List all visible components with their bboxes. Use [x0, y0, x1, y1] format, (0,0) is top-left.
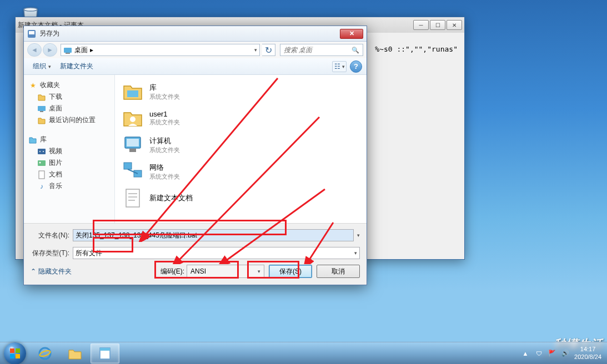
encoding-select[interactable]: ANSI▾ [187, 265, 264, 278]
svg-rect-18 [124, 163, 132, 169]
svg-rect-13 [127, 90, 138, 97]
save-as-dialog: 另存为 ✕ ◄ ► 桌面 ▸ ▾ ↻ 🔍 组织▾ 新建文件夹 ☷▾ ? [23, 26, 367, 285]
txt-file-icon [122, 187, 144, 209]
filetype-select[interactable]: 所有文件▾ [73, 247, 360, 259]
search-box[interactable]: 🔍 [280, 44, 363, 56]
svg-point-14 [130, 117, 136, 122]
hide-folders-toggle[interactable]: ⌃ 隐藏文件夹 [31, 267, 72, 276]
computer-icon [122, 134, 144, 156]
document-icon [37, 170, 46, 179]
sidebar-libraries-header[interactable]: 库 [26, 134, 112, 145]
desktop-icon [37, 104, 46, 113]
location-text: 桌面 [74, 46, 88, 55]
library-folder-icon [122, 80, 144, 103]
encoding-label: 编码(E): [160, 267, 184, 276]
taskbar-item-notepad[interactable] [91, 343, 119, 363]
breadcrumb-dropdown[interactable]: ▾ [254, 47, 257, 53]
svg-point-0 [24, 8, 37, 11]
search-input[interactable] [284, 46, 352, 54]
sidebar-item-downloads[interactable]: 下载 [26, 91, 112, 103]
svg-rect-21 [126, 189, 139, 207]
file-row[interactable]: 库系统文件夹 [115, 78, 367, 105]
system-tray: ▲ 🛡 🚩 🔊 14:17 2020/8/24 [521, 346, 607, 360]
file-list[interactable]: 库系统文件夹 user1系统文件夹 计算机系统文件夹 网络系统文件夹 新建文本文… [115, 75, 367, 223]
breadcrumb-separator: ▸ [90, 46, 93, 54]
tray-volume-icon[interactable]: 🔊 [561, 349, 570, 358]
tray-clock[interactable]: 14:17 2020/8/24 [574, 346, 601, 360]
svg-rect-12 [39, 171, 44, 179]
save-button[interactable]: 保存(S) [269, 265, 312, 278]
file-row[interactable]: user1系统文件夹 [115, 105, 367, 132]
star-icon: ★ [28, 81, 37, 90]
view-mode-button[interactable]: ☷▾ [332, 61, 347, 72]
sidebar-item-videos[interactable]: 视频 [26, 145, 112, 157]
cancel-button[interactable]: 取消 [317, 265, 360, 278]
file-row[interactable]: 网络系统文件夹 [115, 158, 367, 185]
forward-button[interactable]: ► [43, 43, 57, 57]
svg-rect-3 [64, 48, 72, 53]
filename-input[interactable]: 关闭135_137_138_139_445危险端口.bat [73, 229, 354, 241]
maximize-button[interactable]: ☐ [430, 20, 445, 30]
svg-rect-30 [16, 348, 20, 353]
picture-icon [37, 159, 46, 168]
svg-rect-5 [38, 106, 46, 111]
sidebar-item-pictures[interactable]: 图片 [26, 157, 112, 169]
download-icon [37, 93, 46, 102]
file-row[interactable]: 新建文本文档 [115, 185, 367, 211]
svg-rect-7 [38, 149, 46, 154]
svg-rect-10 [38, 160, 46, 166]
help-button[interactable]: ? [350, 60, 362, 73]
svg-rect-16 [127, 139, 139, 146]
taskbar-item-explorer[interactable] [61, 343, 89, 363]
filename-label: 文件名(N): [31, 231, 69, 240]
file-row[interactable]: 计算机系统文件夹 [115, 132, 367, 158]
new-folder-button[interactable]: 新建文件夹 [56, 59, 98, 73]
search-icon: 🔍 [352, 47, 359, 54]
sidebar-item-music[interactable]: ♪音乐 [26, 180, 112, 192]
notepad-content[interactable]: %~s0 ::","","runas" [375, 45, 458, 53]
minimize-button[interactable]: ─ [413, 20, 429, 30]
video-icon [37, 147, 46, 156]
sidebar: ★ 收藏夹 下载 桌面 最近访问的位置 库 视频 图片 文档 ♪音乐 [24, 75, 115, 223]
sidebar-item-recent[interactable]: 最近访问的位置 [26, 114, 112, 126]
music-icon: ♪ [37, 182, 46, 191]
start-button[interactable] [0, 342, 30, 365]
svg-rect-36 [100, 348, 110, 351]
svg-point-8 [39, 151, 41, 152]
svg-rect-4 [66, 53, 70, 54]
taskbar-item-ie[interactable] [31, 343, 59, 363]
breadcrumb[interactable]: 桌面 ▸ ▾ [61, 44, 260, 56]
dialog-icon [27, 29, 36, 38]
svg-rect-17 [129, 149, 136, 152]
svg-rect-29 [10, 348, 14, 353]
user-folder-icon [122, 107, 144, 129]
sidebar-favorites-header[interactable]: ★ 收藏夹 [26, 79, 112, 91]
sidebar-item-desktop[interactable]: 桌面 [26, 103, 112, 114]
filetype-label: 保存类型(T): [31, 249, 69, 258]
svg-rect-31 [10, 354, 14, 358]
chevron-up-icon: ⌃ [31, 267, 36, 275]
svg-rect-32 [16, 354, 20, 358]
location-icon [63, 46, 72, 54]
back-button[interactable]: ◄ [27, 43, 42, 57]
taskbar: ▲ 🛡 🚩 🔊 14:17 2020/8/24 [0, 342, 607, 364]
svg-rect-2 [29, 31, 34, 34]
sidebar-item-documents[interactable]: 文档 [26, 169, 112, 180]
library-icon [28, 135, 37, 144]
close-button[interactable]: ✕ [447, 20, 462, 30]
refresh-button[interactable]: ↻ [262, 44, 275, 56]
dialog-title: 另存为 [39, 29, 59, 38]
svg-point-9 [43, 151, 44, 152]
filename-dropdown[interactable]: ▾ [357, 232, 360, 238]
tray-shield-icon[interactable]: 🛡 [534, 349, 543, 358]
svg-point-11 [39, 161, 41, 163]
recent-icon [37, 116, 46, 125]
organize-button[interactable]: 组织▾ [28, 59, 56, 73]
close-button[interactable]: ✕ [340, 29, 363, 39]
svg-rect-6 [40, 111, 43, 112]
network-icon [122, 160, 144, 183]
tray-flag-icon[interactable]: 🚩 [548, 349, 556, 358]
tray-expand-icon[interactable]: ▲ [521, 349, 530, 358]
